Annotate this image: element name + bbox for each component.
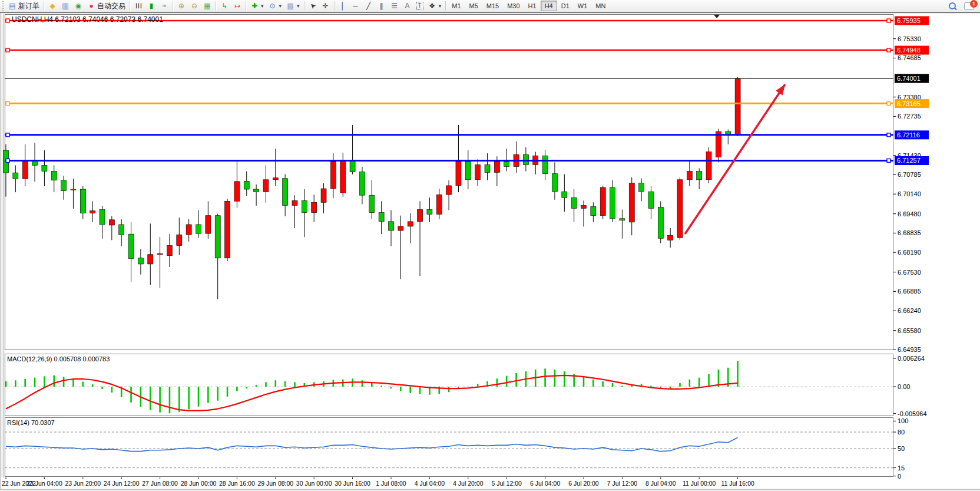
separator — [445, 1, 446, 11]
line-chart-button[interactable]: ≈ — [158, 0, 171, 12]
hline-endpoint[interactable] — [6, 48, 9, 52]
separator — [173, 1, 173, 11]
hline-endpoint[interactable] — [6, 159, 9, 162]
horizontal-line-button[interactable]: ─ — [349, 0, 362, 12]
crosshair-button[interactable]: ✛ — [319, 0, 332, 12]
tab-h4[interactable]: H4 — [541, 1, 557, 11]
auto-scroll-button[interactable]: ↳ — [218, 0, 231, 12]
date-label: 6 Jul 20:00 — [568, 480, 599, 487]
hline-endpoint[interactable] — [887, 19, 890, 22]
candle-body — [620, 219, 625, 220]
tab-d1[interactable]: D1 — [557, 1, 574, 11]
channel-button[interactable]: ∥ — [375, 0, 388, 12]
notifications-icon[interactable]: 1 — [964, 2, 974, 10]
candle-body — [128, 234, 134, 259]
candle-body — [552, 174, 557, 192]
market-watch-icon: ◆ — [48, 2, 57, 10]
candle-body — [359, 172, 365, 196]
candle-body — [591, 206, 596, 215]
candle-body — [389, 222, 394, 230]
chart-shift-button[interactable]: ↦ — [231, 0, 244, 12]
data-window-button[interactable]: ▥ — [59, 0, 72, 12]
indicators-button[interactable]: ✚ ▾ — [248, 0, 266, 12]
rsi-tick-label: 15 — [898, 464, 905, 472]
candle-body — [119, 225, 124, 235]
tab-m1[interactable]: M1 — [448, 1, 465, 11]
fibonacci-icon: ☰ — [390, 2, 399, 10]
text-button[interactable]: A — [401, 0, 414, 12]
chart-canvas: 6.753306.746856.733806.727356.714306.707… — [0, 0, 980, 491]
candle-body — [51, 172, 57, 180]
toolbar-grip[interactable] — [2, 1, 4, 11]
date-label: 30 Jun 16:00 — [335, 480, 370, 487]
auto-trading-icon: ● — [87, 2, 95, 10]
price-badge-label: 6.71257 — [897, 157, 921, 164]
candlestick-chart-button[interactable]: ▮ — [145, 0, 158, 12]
shapes-button[interactable]: ❖ ▾ — [426, 0, 444, 12]
hline-endpoint[interactable] — [887, 159, 890, 162]
new-order-button[interactable]: ▤ 新订单 — [6, 0, 42, 12]
clock-icon: ⊙ — [269, 2, 277, 10]
hline-endpoint[interactable] — [6, 133, 9, 137]
market-watch-button[interactable]: ◆ — [46, 0, 59, 12]
candle-body — [177, 235, 182, 245]
chevron-down-icon: ▾ — [297, 3, 300, 9]
candle-body — [523, 154, 528, 164]
date-label: 23 Jun 20:00 — [65, 480, 101, 487]
zoom-out-icon: ⊖ — [190, 2, 198, 10]
strategy-tester-button[interactable]: ◉ — [72, 0, 85, 12]
candle-body — [629, 183, 634, 222]
auto-trading-button[interactable]: ● 自动交易 — [85, 0, 128, 12]
periods-button[interactable]: ⊙ ▾ — [266, 0, 284, 12]
candle-body — [408, 222, 413, 226]
candle-body — [658, 207, 663, 238]
text-label-icon: T — [416, 2, 423, 10]
hline-endpoint[interactable] — [887, 48, 890, 52]
fibonacci-button[interactable]: ☰ — [388, 0, 401, 12]
date-label: 1 Jul 08:00 — [376, 480, 406, 487]
candle-body — [206, 216, 211, 233]
hline-endpoint[interactable] — [6, 102, 9, 106]
date-label: 29 Jun 08:00 — [257, 480, 293, 487]
trendline-button[interactable]: ╱ — [362, 0, 375, 12]
text-label-button[interactable]: T — [414, 0, 426, 12]
tab-m5[interactable]: M5 — [465, 1, 482, 11]
candle-body — [312, 202, 317, 212]
tile-windows-button[interactable]: ▦ — [201, 0, 214, 12]
candle-body — [735, 78, 740, 135]
candle-body — [90, 211, 95, 213]
candle-body — [13, 173, 18, 179]
chart-shift-icon: ↦ — [233, 2, 241, 10]
hline-endpoint[interactable] — [887, 133, 890, 137]
price-badge-label: 6.75935 — [897, 17, 921, 24]
rsi-tick-label: 50 — [898, 445, 905, 452]
zoom-out-button[interactable]: ⊖ — [188, 0, 201, 12]
vertical-line-button[interactable]: │ — [336, 0, 349, 12]
bar-chart-button[interactable]: ☰ — [132, 0, 145, 12]
templates-button[interactable]: ▧ ▾ — [284, 0, 302, 12]
candle-body — [61, 180, 67, 191]
separator — [130, 1, 130, 11]
tab-h1[interactable]: H1 — [524, 1, 541, 11]
price-tick-label: 6.68835 — [898, 229, 921, 236]
date-label: 4 Jul 04:00 — [415, 480, 445, 487]
candle-body — [321, 189, 326, 202]
date-label: 4 Jul 20:00 — [453, 480, 484, 487]
tab-w1[interactable]: W1 — [574, 1, 592, 11]
toolbar: ▤ 新订单 ◆ ▥ ◉ ● 自动交易 ☰ ▮ ≈ ⊕ ⊖ ▦ ↳ ↦ ✚ ▾ — [0, 0, 980, 13]
templates-icon: ▧ — [286, 2, 294, 10]
zoom-in-button[interactable]: ⊕ — [175, 0, 188, 12]
hline-endpoint[interactable] — [887, 102, 890, 106]
search-icon[interactable] — [949, 2, 956, 9]
hline-endpoint[interactable] — [6, 19, 9, 22]
candle-body — [436, 195, 442, 215]
date-label: 24 Jun 12:00 — [104, 480, 140, 487]
tab-m15[interactable]: M15 — [482, 1, 503, 11]
candle-body — [42, 165, 47, 171]
cursor-button[interactable]: ➤ — [306, 0, 319, 12]
price-tick-label: 6.75330 — [898, 35, 921, 42]
candle-body — [418, 210, 423, 222]
candle-body — [668, 235, 673, 240]
tab-mn[interactable]: MN — [591, 1, 610, 11]
tab-m30[interactable]: M30 — [503, 1, 524, 11]
